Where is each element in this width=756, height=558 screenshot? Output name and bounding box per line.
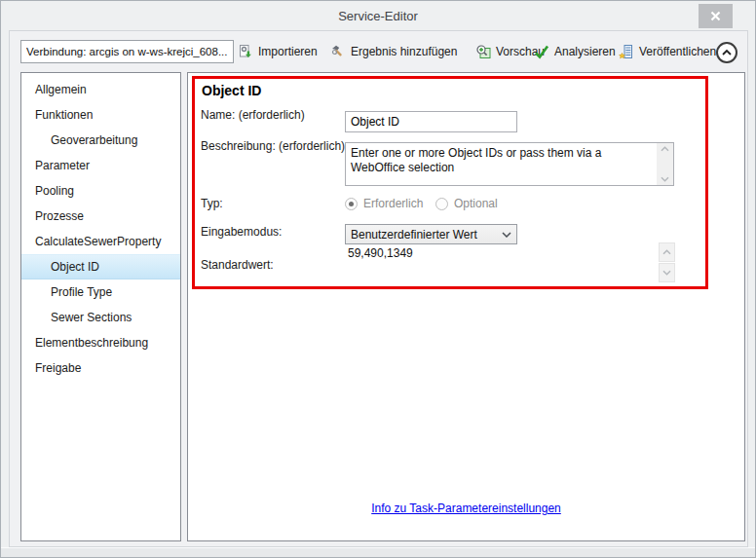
import-icon xyxy=(238,44,253,59)
sidebar-item-elementbeschreibung[interactable]: Elementbeschreibung xyxy=(21,330,180,355)
type-label: Typ: xyxy=(201,197,223,210)
spinner-up-button[interactable] xyxy=(659,242,675,262)
chevron-up-icon xyxy=(721,49,733,56)
analyze-label: Analysieren xyxy=(554,45,616,58)
import-label: Importieren xyxy=(258,45,318,58)
add-result-label: Ergebnis hinzufügen xyxy=(351,45,457,58)
default-value-spinner xyxy=(659,242,675,282)
titlebar: Service-Editor xyxy=(1,1,755,32)
connection-input[interactable] xyxy=(20,40,234,63)
settings-nav: Allgemein Funktionen Geoverarbeitung Par… xyxy=(20,72,181,541)
sidebar-item-allgemein[interactable]: Allgemein xyxy=(21,77,180,102)
default-value-text[interactable]: 59,490,1349 xyxy=(348,246,413,260)
collapse-toolbar-button[interactable] xyxy=(716,42,737,63)
close-icon xyxy=(710,11,721,21)
description-field[interactable]: Enter one or more Object IDs or pass the… xyxy=(345,142,674,186)
sidebar-item-object-id[interactable]: Object ID xyxy=(21,254,180,279)
description-value: Enter one or more Object IDs or pass the… xyxy=(351,146,654,175)
page-title: Object ID xyxy=(202,83,261,98)
radio-erforderlich[interactable] xyxy=(345,198,358,210)
input-mode-value: Benutzerdefinierter Wert xyxy=(351,228,502,242)
sidebar-item-sewer-sections[interactable]: Sewer Sections xyxy=(21,305,180,330)
close-button[interactable] xyxy=(699,4,733,28)
radio-erforderlich-label: Erforderlich xyxy=(363,197,423,210)
sidebar-item-calculatesewerproperty[interactable]: CalculateSewerProperty xyxy=(21,229,180,254)
name-label: Name: (erforderlich) xyxy=(201,108,305,122)
publish-icon xyxy=(619,44,634,59)
sidebar-item-pooling[interactable]: Pooling xyxy=(21,178,180,204)
add-result-hammer-icon xyxy=(330,44,346,59)
task-parameter-info-link[interactable]: Info zu Task-Parametereinstellungen xyxy=(371,502,561,515)
publish-label: Veröffentlichen xyxy=(639,45,716,58)
default-value-label: Standardwert: xyxy=(201,258,274,272)
window-title: Service-Editor xyxy=(1,9,755,23)
import-button[interactable]: Importieren xyxy=(235,40,321,63)
spinner-down-button[interactable] xyxy=(659,263,675,282)
publish-button[interactable]: Veröffentlichen xyxy=(616,40,719,63)
sidebar-item-parameter[interactable]: Parameter xyxy=(21,153,180,178)
service-editor-window: Service-Editor Importieren xyxy=(0,0,756,558)
parameter-form-panel: Object ID Name: (erforderlich) Beschreib… xyxy=(187,72,745,541)
description-label: Beschreibung: (erforderlich): xyxy=(201,139,348,153)
input-mode-select[interactable]: Benutzerdefinierter Wert xyxy=(345,224,517,244)
input-mode-label: Eingabemodus: xyxy=(201,225,282,239)
radio-optional[interactable] xyxy=(435,198,448,210)
name-field[interactable] xyxy=(345,111,517,132)
scroll-down-icon xyxy=(661,176,669,182)
description-scrollbar[interactable] xyxy=(657,143,673,185)
info-link-row: Info zu Task-Parametereinstellungen xyxy=(188,502,744,515)
sidebar-item-freigabe[interactable]: Freigabe xyxy=(21,355,180,381)
analyze-button[interactable]: Analysieren xyxy=(531,40,619,63)
window-footer xyxy=(1,547,755,558)
sidebar-item-funktionen[interactable]: Funktionen xyxy=(21,102,180,128)
scroll-up-icon xyxy=(661,146,669,152)
preview-icon xyxy=(475,44,491,59)
add-result-button[interactable]: Ergebnis hinzufügen xyxy=(327,40,460,63)
analyze-check-icon xyxy=(534,44,549,59)
sidebar-item-profile-type[interactable]: Profile Type xyxy=(21,279,180,305)
radio-optional-label: Optional xyxy=(454,197,498,210)
chevron-down-icon xyxy=(502,232,511,238)
sidebar-item-prozesse[interactable]: Prozesse xyxy=(21,204,180,229)
sidebar-item-geoverarbeitung[interactable]: Geoverarbeitung xyxy=(21,128,180,153)
